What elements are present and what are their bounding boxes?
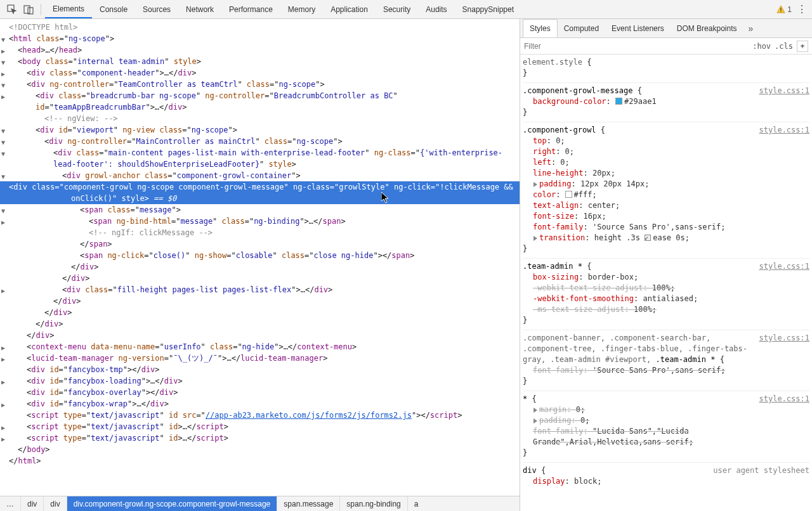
cls-toggle[interactable]: .cls [775,42,793,51]
css-rule[interactable]: div {user agent stylesheetdisplay: block… [523,462,809,491]
tab-audits[interactable]: Audits [418,0,454,18]
style-source-link[interactable]: style.css:1 [759,261,809,272]
devtools-toolbar: Elements Console Sources Network Perform… [0,0,812,19]
css-rule[interactable]: .component-growl {style.css:1top: 0;righ… [523,122,809,258]
style-source-link[interactable]: style.css:1 [759,394,809,404]
crumb[interactable]: a [407,496,425,511]
toolbar-tabs: Elements Console Sources Network Perform… [45,0,776,18]
crumb[interactable]: span.message [277,496,339,511]
styles-tabs: Styles Computed Event Listeners DOM Brea… [520,19,812,38]
tab-memory[interactable]: Memory [280,0,323,18]
css-rule[interactable]: .component-banner, .component-search-bar… [523,330,809,391]
elements-panel: <!DOCTYPE html> ▼<html class="ng-scope">… [0,19,520,511]
tab-network[interactable]: Network [178,0,221,18]
subtab-computed[interactable]: Computed [558,19,605,37]
hov-toggle[interactable]: :hov [752,42,771,51]
subtab-eventlisteners[interactable]: Event Listeners [605,19,671,37]
tab-elements[interactable]: Elements [45,0,92,18]
more-menu-icon[interactable]: ⋮ [796,3,808,15]
crumb-selected[interactable]: div.component-growl.ng-scope.component-g… [67,496,277,511]
tab-performance[interactable]: Performance [221,0,280,18]
toolbar-right: 1 ⋮ [776,3,808,15]
crumb[interactable]: span.ng-binding [339,496,407,511]
css-rule[interactable]: * {style.css:1margin: 0;padding: 0;font-… [523,391,809,462]
main-area: <!DOCTYPE html> ▼<html class="ng-scope">… [0,19,812,511]
svg-rect-3 [781,8,782,10]
dom-tree[interactable]: <!DOCTYPE html> ▼<html class="ng-scope">… [0,19,520,496]
tab-console[interactable]: Console [92,0,135,18]
tab-snappysnippet[interactable]: SnappySnippet [455,0,521,18]
breadcrumb-bar: … div div div.component-growl.ng-scope.c… [0,496,520,511]
warnings-badge[interactable]: 1 [776,5,792,14]
new-style-rule-button[interactable]: + [797,41,808,52]
styles-filter-bar: :hov .cls + [520,38,812,55]
toolbar-separator [41,4,41,15]
inspect-element-icon[interactable] [4,1,20,18]
css-rule[interactable]: .component-growl-message {style.css:1bac… [523,82,809,122]
style-source-link[interactable]: style.css:1 [759,86,809,96]
css-rule[interactable]: .team-admin * {style.css:1box-sizing: bo… [523,258,809,330]
right-panel: Styles Computed Event Listeners DOM Brea… [520,19,812,511]
svg-rect-1 [24,6,30,13]
crumb[interactable]: div [20,496,43,511]
tab-application[interactable]: Application [323,0,376,18]
style-source-link[interactable]: style.css:1 [759,333,809,365]
subtab-more-icon[interactable]: » [743,23,758,34]
styles-body[interactable]: element.style { } .component-growl-messa… [520,55,812,511]
selected-dom-node[interactable]: …▼<div class="component-growl ng-scope c… [0,181,520,204]
warning-count: 1 [787,5,792,14]
tab-sources[interactable]: Sources [135,0,178,18]
subtab-dombreakpoints[interactable]: DOM Breakpoints [671,19,743,37]
crumb[interactable]: div [43,496,66,511]
style-source-link[interactable]: style.css:1 [759,125,809,136]
tab-security[interactable]: Security [376,0,418,18]
style-source-link[interactable]: user agent stylesheet [713,465,809,476]
element-style-rule[interactable]: element.style { } [523,56,809,82]
doctype: <!DOCTYPE html> [9,23,77,32]
crumb-more[interactable]: … [0,496,20,511]
styles-filter-input[interactable] [524,42,749,51]
svg-rect-4 [781,11,782,11]
subtab-styles[interactable]: Styles [523,19,558,37]
device-toolbar-icon[interactable] [20,1,37,18]
